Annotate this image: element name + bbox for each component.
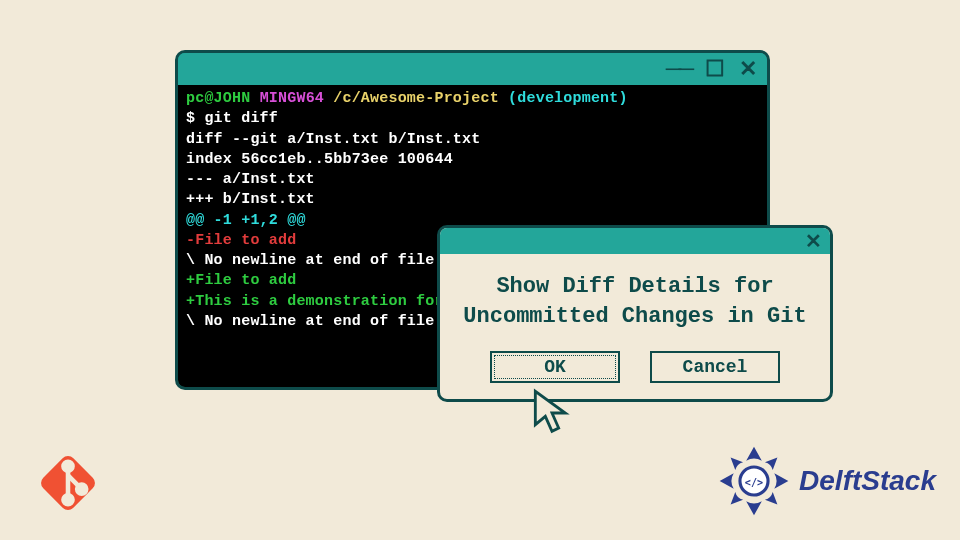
prompt-user: pc@JOHN: [186, 90, 250, 107]
terminal-line: -File to add: [186, 232, 296, 249]
dialog: ✕ Show Diff Details for Uncommitted Chan…: [437, 225, 833, 402]
dialog-buttons: OK Cancel: [456, 351, 814, 383]
cancel-button[interactable]: Cancel: [650, 351, 780, 383]
svg-point-4: [63, 495, 72, 504]
maximize-icon[interactable]: ☐: [705, 56, 725, 82]
terminal-line: \ No newline at end of file: [186, 313, 434, 330]
svg-point-3: [63, 462, 72, 471]
terminal-line: diff --git a/Inst.txt b/Inst.txt: [186, 131, 480, 148]
git-logo-icon: [30, 445, 106, 521]
terminal-line: +This is a demonstration for: [186, 293, 444, 310]
close-icon[interactable]: ✕: [739, 56, 757, 82]
prompt-branch: (development): [508, 90, 628, 107]
minimize-icon[interactable]: ──: [666, 56, 691, 82]
dialog-body: Show Diff Details for Uncommitted Change…: [440, 254, 830, 399]
terminal-titlebar: ── ☐ ✕: [178, 53, 767, 85]
delftstack-logo: </> DelftStack: [715, 442, 936, 520]
ok-button[interactable]: OK: [490, 351, 620, 383]
dialog-titlebar: ✕: [440, 228, 830, 254]
terminal-line: +File to add: [186, 272, 296, 289]
terminal-line: +++ b/Inst.txt: [186, 191, 315, 208]
close-icon[interactable]: ✕: [805, 229, 822, 253]
dialog-message: Show Diff Details for Uncommitted Change…: [456, 272, 814, 331]
terminal-line: \ No newline at end of file: [186, 252, 434, 269]
mandala-icon: </>: [715, 442, 793, 520]
prompt-env: MINGW64: [260, 90, 324, 107]
svg-text:</>: </>: [745, 477, 763, 488]
terminal-line: @@ -1 +1,2 @@: [186, 212, 306, 229]
terminal-line: --- a/Inst.txt: [186, 171, 315, 188]
terminal-command: $ git diff: [186, 110, 278, 127]
prompt-path: /c/Awesome-Project: [333, 90, 499, 107]
brand-text: DelftStack: [799, 465, 936, 497]
terminal-line: index 56cc1eb..5bb73ee 100644: [186, 151, 453, 168]
svg-point-5: [77, 485, 86, 494]
